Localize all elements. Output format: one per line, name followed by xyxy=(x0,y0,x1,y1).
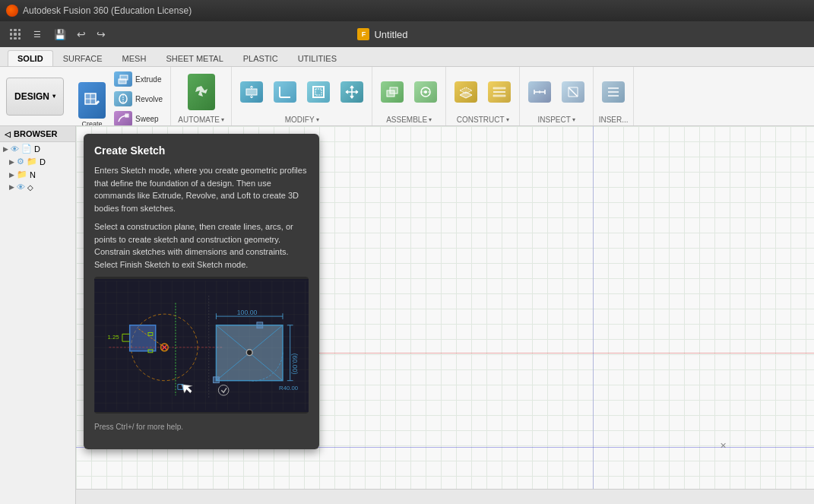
browser-eye-3: 👁 xyxy=(17,182,25,192)
tooltip-popup: Create Sketch Enters Sketch mode, where … xyxy=(84,134,319,449)
browser-eye-1: ⚙ xyxy=(17,157,24,166)
joint-svg xyxy=(418,84,433,100)
offset-plane-button[interactable] xyxy=(451,79,481,105)
ribbon-group-modify: MODIFY ▾ xyxy=(232,67,372,125)
insert-label-text: INSER... xyxy=(599,116,629,124)
sweep-button[interactable]: Sweep xyxy=(111,109,166,126)
new-component-icon xyxy=(381,81,404,103)
offset-plane-svg xyxy=(458,84,474,100)
inspect-label-text: INSPECT xyxy=(537,116,570,124)
assemble-label-text: ASSEMBLE xyxy=(386,116,427,124)
browser-eye-0: 👁 xyxy=(11,144,19,154)
viewport[interactable]: ✕ Create Sketch Enters Sketch mode, wher… xyxy=(76,126,814,504)
design-dropdown-button[interactable]: DESIGN ▾ xyxy=(6,78,64,116)
tab-utilities[interactable]: UTILITIES xyxy=(288,50,347,66)
browser-item-2[interactable]: ▶ 📁 N xyxy=(0,168,75,181)
grid-menu-button[interactable] xyxy=(6,27,24,42)
browser-item-3[interactable]: ▶ 👁 ◇ xyxy=(0,181,75,193)
revolve-label: Revolve xyxy=(135,95,163,103)
ribbon-group-construct: CONSTRUCT ▾ xyxy=(446,67,520,125)
section-analysis-button[interactable] xyxy=(558,79,588,105)
design-label: DESIGN xyxy=(14,91,49,102)
construct-buttons xyxy=(451,70,515,114)
browser-item-1[interactable]: ▶ ⚙ 📁 D xyxy=(0,155,75,168)
ribbon-group-insert: INSER... xyxy=(594,67,634,125)
insert-svg xyxy=(606,84,621,100)
axis-line-vertical xyxy=(593,126,594,504)
extrude-icon xyxy=(114,71,132,87)
insert-icon xyxy=(602,81,625,103)
app-icon xyxy=(6,5,18,17)
joint-button[interactable] xyxy=(410,79,441,105)
fillet-button[interactable] xyxy=(270,79,300,105)
svg-text:(60.00): (60.00) xyxy=(291,353,299,374)
svg-rect-58 xyxy=(214,376,220,382)
move-button[interactable] xyxy=(337,79,367,105)
create-sketch-icon xyxy=(78,82,106,119)
svg-rect-21 xyxy=(493,95,505,97)
automate-chevron: ▾ xyxy=(221,116,224,123)
tab-mesh[interactable]: MESH xyxy=(112,50,157,66)
construct-chevron: ▾ xyxy=(506,116,509,123)
extrude-button[interactable]: Extrude xyxy=(111,70,166,88)
create-buttons: CreateSketch Extrude xyxy=(74,70,166,126)
redo-button[interactable]: ↪ xyxy=(93,26,109,43)
construct-group-label: CONSTRUCT ▾ xyxy=(457,116,509,125)
assemble-group-label: ASSEMBLE ▾ xyxy=(386,116,432,125)
automate-svg xyxy=(192,83,211,101)
browser-title: BROWSER xyxy=(14,129,57,138)
modify-chevron: ▾ xyxy=(316,116,319,123)
browser-item-label-3: ◇ xyxy=(27,183,33,192)
assemble-chevron: ▾ xyxy=(429,116,432,123)
joint-icon xyxy=(414,81,437,103)
ribbon-group-create: CreateSketch Extrude xyxy=(70,67,171,125)
file-icon: ☰ xyxy=(33,30,41,40)
midplane-button[interactable] xyxy=(484,79,515,105)
undo-icon: ↩ xyxy=(77,28,86,40)
sweep-icon xyxy=(114,111,132,126)
tab-solid[interactable]: SOLID xyxy=(8,50,53,66)
svg-text:1.25: 1.25 xyxy=(108,334,119,341)
undo-button[interactable]: ↩ xyxy=(73,26,90,43)
automate-button[interactable] xyxy=(184,71,219,113)
tooltip-title: Create Sketch xyxy=(94,144,309,157)
modify-buttons xyxy=(236,70,367,114)
tab-sheet-metal[interactable]: SHEET METAL xyxy=(156,50,233,66)
ribbon-tabs: SOLID SURFACE MESH SHEET METAL PLASTIC U… xyxy=(0,47,814,67)
new-component-button[interactable] xyxy=(377,79,407,105)
browser-item-0[interactable]: ▶ 👁 📄 D xyxy=(0,142,75,155)
sweep-label: Sweep xyxy=(135,115,159,123)
insert-group-label: INSER... xyxy=(599,116,629,125)
fillet-icon xyxy=(274,81,296,103)
tab-plastic[interactable]: PLASTIC xyxy=(233,50,288,66)
ribbon-group-assemble: ASSEMBLE ▾ xyxy=(372,67,446,125)
revolve-icon xyxy=(114,91,132,106)
doc-name: Untitled xyxy=(374,29,407,40)
modify-label-text: MODIFY xyxy=(285,116,315,124)
svg-rect-57 xyxy=(257,322,263,328)
save-button[interactable]: 💾 xyxy=(50,27,70,43)
measure-svg xyxy=(532,84,547,100)
press-pull-button[interactable] xyxy=(236,79,267,105)
svg-point-59 xyxy=(246,349,252,355)
status-bar xyxy=(76,489,814,504)
shell-icon xyxy=(307,81,330,103)
insert-button[interactable] xyxy=(598,79,629,105)
create-sketch-button[interactable]: CreateSketch xyxy=(74,80,109,126)
measure-icon xyxy=(528,81,551,103)
shell-button[interactable] xyxy=(303,79,334,105)
doc-icon: F xyxy=(357,28,369,40)
browser-folder-2: 📁 xyxy=(17,170,27,179)
tooltip-paragraph-2: Select a construction plane, then create… xyxy=(94,220,309,271)
revolve-button[interactable]: Revolve xyxy=(111,90,166,108)
tooltip-sketch-preview: 1.25 xyxy=(94,277,309,414)
browser-item-label-2: N xyxy=(30,170,36,179)
create-sketch-svg xyxy=(83,91,101,109)
tab-surface[interactable]: SURFACE xyxy=(53,50,112,66)
measure-button[interactable] xyxy=(524,79,555,105)
automate-group-label: AUTOMATE ▾ xyxy=(178,116,224,125)
browser-back-icon: ◁ xyxy=(5,130,11,138)
file-menu-button[interactable]: ☰ xyxy=(27,27,47,42)
browser-arrow-3: ▶ xyxy=(9,183,14,191)
browser-arrow-0: ▶ xyxy=(3,145,8,153)
